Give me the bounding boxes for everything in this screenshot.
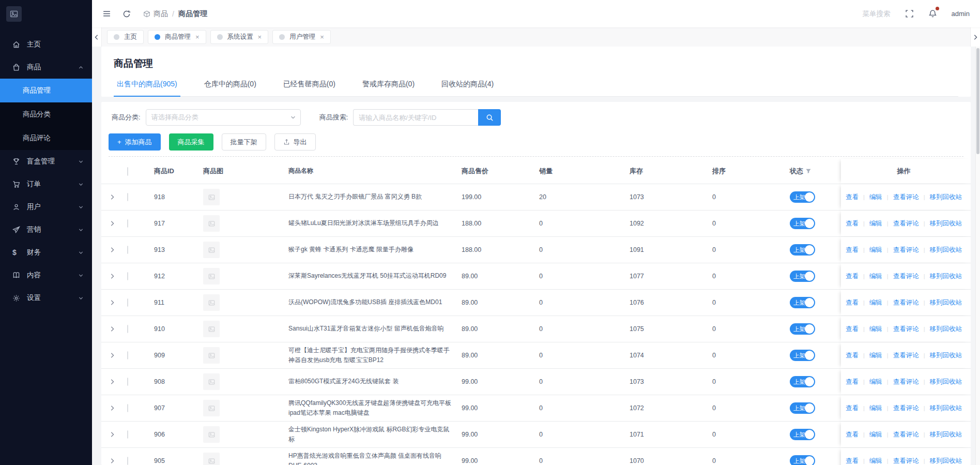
row-action-move-to-recycle[interactable]: 移到回收站 [930, 325, 962, 334]
status-toggle[interactable]: 上架 [790, 455, 815, 465]
close-icon[interactable]: × [258, 34, 262, 40]
row-action-move-to-recycle[interactable]: 移到回收站 [930, 457, 962, 465]
row-checkbox[interactable] [127, 193, 128, 201]
menu-search-input[interactable]: 菜单搜索 [863, 9, 891, 19]
tabs-scroll-right-icon[interactable] [970, 27, 980, 47]
row-action-view-comments[interactable]: 查看评论 [893, 378, 919, 386]
row-action-edit[interactable]: 编辑 [869, 272, 882, 281]
row-action-edit[interactable]: 编辑 [869, 430, 882, 439]
row-checkbox[interactable] [127, 404, 128, 412]
row-action-view[interactable]: 查看 [846, 351, 859, 360]
status-toggle[interactable]: 上架 [790, 297, 815, 308]
row-action-edit[interactable]: 编辑 [869, 246, 882, 254]
row-action-view[interactable]: 查看 [846, 404, 859, 413]
row-action-view-comments[interactable]: 查看评论 [893, 219, 919, 228]
row-action-move-to-recycle[interactable]: 移到回收站 [930, 246, 962, 254]
row-expand-icon[interactable] [101, 431, 127, 438]
row-expand-icon[interactable] [101, 405, 127, 411]
row-action-move-to-recycle[interactable]: 移到回收站 [930, 351, 962, 360]
row-action-move-to-recycle[interactable]: 移到回收站 [930, 272, 962, 281]
tab-on-sale[interactable]: 出售中的商品(905) [114, 80, 180, 97]
status-toggle[interactable]: 上架 [790, 218, 815, 229]
sidebar-item-goods-category[interactable]: 商品分类 [0, 102, 92, 126]
row-action-move-to-recycle[interactable]: 移到回收站 [930, 430, 962, 439]
filter-funnel-icon[interactable] [806, 169, 811, 174]
sidebar-item-orders[interactable]: 订单 [0, 173, 92, 196]
row-expand-icon[interactable] [101, 273, 127, 279]
row-action-view-comments[interactable]: 查看评论 [893, 298, 919, 307]
row-checkbox[interactable] [127, 457, 128, 465]
row-action-view-comments[interactable]: 查看评论 [893, 193, 919, 202]
row-action-move-to-recycle[interactable]: 移到回收站 [930, 378, 962, 386]
add-goods-button[interactable]: + 添加商品 [109, 133, 161, 151]
row-action-view-comments[interactable]: 查看评论 [893, 404, 919, 413]
select-all-checkbox[interactable] [127, 167, 128, 176]
batch-off-shelf-button[interactable]: 批量下架 [222, 133, 266, 151]
sidebar-item-blindbox[interactable]: 盲盒管理 [0, 150, 92, 173]
status-toggle[interactable]: 上架 [790, 271, 815, 282]
row-action-view-comments[interactable]: 查看评论 [893, 272, 919, 281]
status-toggle[interactable]: 上架 [790, 402, 815, 414]
row-checkbox[interactable] [127, 272, 128, 280]
row-action-view[interactable]: 查看 [846, 430, 859, 439]
row-action-view[interactable]: 查看 [846, 457, 859, 465]
search-button[interactable] [478, 109, 501, 126]
scrollbar-thumb[interactable] [976, 48, 979, 154]
row-expand-icon[interactable] [101, 247, 127, 253]
sidebar-item-marketing[interactable]: 营销 [0, 218, 92, 241]
row-action-view-comments[interactable]: 查看评论 [893, 246, 919, 254]
row-checkbox[interactable] [127, 378, 128, 386]
row-action-edit[interactable]: 编辑 [869, 298, 882, 307]
status-toggle[interactable]: 上架 [790, 244, 815, 256]
sidebar-item-settings[interactable]: 设置 [0, 287, 92, 309]
row-checkbox[interactable] [127, 430, 128, 439]
row-action-move-to-recycle[interactable]: 移到回收站 [930, 219, 962, 228]
row-action-view[interactable]: 查看 [846, 325, 859, 334]
sidebar-item-goods-comments[interactable]: 商品评论 [0, 126, 92, 150]
row-action-view[interactable]: 查看 [846, 193, 859, 202]
row-checkbox[interactable] [127, 325, 128, 333]
row-expand-icon[interactable] [101, 194, 127, 200]
hamburger-menu-icon[interactable] [102, 9, 111, 18]
row-action-view-comments[interactable]: 查看评论 [893, 457, 919, 465]
tabs-scroll-left-icon[interactable] [92, 27, 102, 47]
row-action-view[interactable]: 查看 [846, 378, 859, 386]
row-action-edit[interactable]: 编辑 [869, 193, 882, 202]
row-action-edit[interactable]: 编辑 [869, 325, 882, 334]
row-action-edit[interactable]: 编辑 [869, 457, 882, 465]
sidebar-item-finance[interactable]: $ 财务 [0, 241, 92, 264]
row-expand-icon[interactable] [101, 299, 127, 306]
breadcrumb-section[interactable]: 商品 [143, 9, 168, 19]
row-checkbox[interactable] [127, 298, 128, 307]
row-checkbox[interactable] [127, 219, 128, 228]
user-menu[interactable]: admin [952, 10, 970, 18]
fullscreen-icon[interactable] [905, 9, 914, 18]
row-action-view-comments[interactable]: 查看评论 [893, 351, 919, 360]
row-expand-icon[interactable] [101, 458, 127, 464]
row-action-view[interactable]: 查看 [846, 246, 859, 254]
close-icon[interactable]: × [195, 34, 200, 40]
row-action-edit[interactable]: 编辑 [869, 351, 882, 360]
collect-goods-button[interactable]: 商品采集 [169, 133, 213, 151]
row-action-edit[interactable]: 编辑 [869, 404, 882, 413]
sidebar-item-goods[interactable]: 商品 [0, 56, 92, 79]
sidebar-item-home[interactable]: 主页 [0, 33, 92, 56]
status-toggle[interactable]: 上架 [790, 376, 815, 387]
row-expand-icon[interactable] [101, 352, 127, 358]
status-toggle[interactable]: 上架 [790, 191, 815, 203]
tab-in-warehouse[interactable]: 仓库中的商品(0) [201, 80, 259, 96]
window-tab-goods-manage[interactable]: 商品管理 × [148, 30, 206, 44]
sidebar-item-users[interactable]: 用户 [0, 196, 92, 218]
window-tab-user-manage[interactable]: 用户管理 × [272, 30, 331, 44]
row-action-move-to-recycle[interactable]: 移到回收站 [930, 404, 962, 413]
goods-search-input[interactable] [353, 109, 478, 126]
window-tab-system-settings[interactable]: 系统设置 × [210, 30, 269, 44]
close-icon[interactable]: × [320, 34, 324, 40]
row-action-edit[interactable]: 编辑 [869, 219, 882, 228]
status-toggle[interactable]: 上架 [790, 429, 815, 440]
sidebar-item-goods-manage[interactable]: 商品管理 [0, 79, 92, 102]
tab-recycle-bin[interactable]: 回收站的商品(4) [438, 80, 497, 96]
row-action-view[interactable]: 查看 [846, 272, 859, 281]
notification-bell-icon[interactable] [928, 9, 937, 18]
window-tab-home[interactable]: 主页 [107, 30, 144, 44]
